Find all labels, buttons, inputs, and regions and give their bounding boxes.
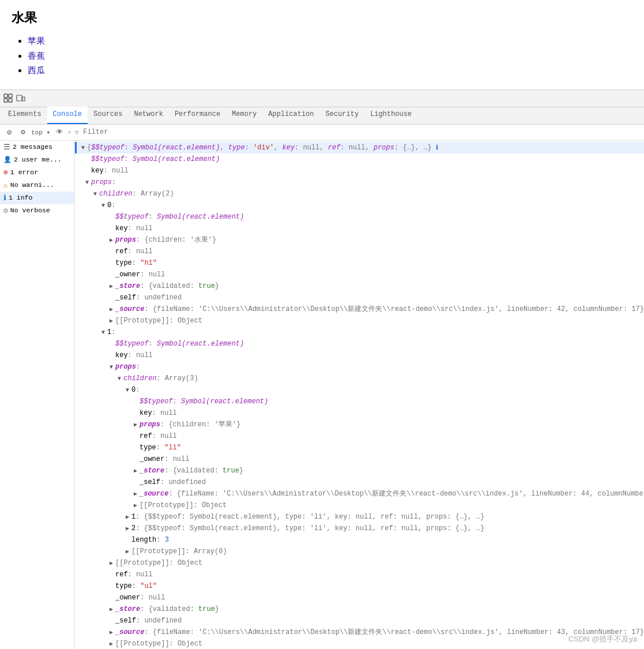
line-child1-expand: 1: — [75, 327, 644, 338]
expand-child1-children-arrow[interactable] — [115, 374, 123, 383]
messages-icon: ☰ — [3, 142, 10, 152]
apple-link[interactable]: 苹果 — [28, 36, 45, 46]
responsive-icon[interactable] — [15, 92, 27, 104]
expand-root-arrow[interactable] — [79, 144, 87, 152]
tab-memory[interactable]: Memory — [226, 107, 262, 124]
tab-elements[interactable]: Elements — [2, 107, 47, 124]
line-c1-type: type: "ul" — [75, 580, 644, 592]
expand-c1-proto-arrow[interactable] — [107, 559, 115, 568]
line-child0-type: type: "h1" — [75, 257, 644, 269]
line-c1ch0-props: props: {children: '苹果'} — [75, 419, 644, 430]
console-settings-icon[interactable]: ⚙ — [17, 126, 29, 138]
sidebar-item-info[interactable]: ℹ 1 info — [0, 192, 74, 204]
tab-application[interactable]: Application — [262, 107, 319, 124]
line-child0-store: _store: {validated: true} — [75, 280, 644, 292]
svg-rect-2 — [4, 99, 7, 102]
line-child1-key: key: null — [75, 350, 644, 361]
expand-child1-props-arrow[interactable] — [107, 363, 115, 372]
svg-rect-5 — [22, 97, 25, 101]
expand-c1ch0-store-arrow[interactable] — [131, 467, 140, 475]
line-length3: length: 3 — [75, 534, 644, 546]
expand-c1-source-arrow[interactable] — [107, 628, 115, 637]
expand-c1ch2-arrow[interactable] — [123, 524, 131, 533]
line-arr-proto: [[Prototype]]: Array(0) — [75, 546, 644, 557]
verbose-icon: ⚙ — [3, 206, 8, 215]
line-c1ch0-type: type: "li" — [75, 442, 644, 453]
line-typeof: $$typeof: Symbol(react.element) — [75, 153, 644, 165]
devtools-tabs: Elements Console Sources Network Perform… — [0, 107, 644, 125]
tab-lighthouse[interactable]: Lighthouse — [364, 107, 417, 124]
expand-child0-store-arrow[interactable] — [107, 282, 115, 291]
line-child0-typeof: $$typeof: Symbol(react.element) — [75, 211, 644, 223]
tab-security[interactable]: Security — [320, 107, 365, 124]
tab-performance[interactable]: Performance — [169, 107, 226, 124]
line-child0-self: _self: undefined — [75, 292, 644, 303]
page-list: 苹果 香蕉 西瓜 — [12, 33, 632, 78]
svg-rect-4 — [17, 95, 22, 101]
expand-props-arrow[interactable] — [83, 178, 91, 187]
expand-child0-arrow[interactable] — [99, 201, 107, 210]
line-c1-source: _source: {fileName: 'C:\\Users\\Administ… — [75, 627, 644, 638]
sidebar-item-warnings[interactable]: ⚠ No warni... — [0, 179, 74, 192]
line-child0-props: props: {children: '水果'} — [75, 234, 644, 246]
expand-c1-proto2-arrow[interactable] — [107, 640, 115, 648]
expand-child0-props-arrow[interactable] — [107, 236, 115, 245]
devtools-panel: Elements Console Sources Network Perform… — [0, 89, 644, 650]
svg-rect-3 — [9, 99, 12, 102]
list-item-apple: 苹果 — [28, 33, 632, 48]
sidebar-item-messages[interactable]: ☰ 2 messages — [0, 141, 74, 153]
line-c1ch0-typeof: $$typeof: Symbol(react.element) — [75, 396, 644, 407]
filter-input[interactable] — [83, 128, 198, 136]
expand-arr-proto-arrow[interactable] — [123, 547, 131, 556]
expand-c1ch0-source-arrow[interactable] — [131, 490, 140, 498]
list-item-watermelon: 西瓜 — [28, 63, 632, 78]
sidebar-item-users[interactable]: 👤 2 user me... — [0, 153, 74, 166]
expand-c1ch0-proto-arrow[interactable] — [131, 501, 140, 510]
page-content: 水果 苹果 香蕉 西瓜 — [0, 0, 644, 89]
page-title: 水果 — [12, 9, 632, 27]
line-c1ch1: 1: {$$typeof: Symbol(react.element), typ… — [75, 511, 644, 523]
expand-c1ch1-arrow[interactable] — [123, 513, 131, 522]
expand-c1ch0-arrow[interactable] — [123, 386, 131, 395]
eye-icon[interactable]: 👁 — [54, 126, 65, 138]
expand-child0-source-arrow[interactable] — [107, 305, 115, 314]
expand-child0-proto-arrow[interactable] — [107, 317, 115, 325]
console-body: ☰ 2 messages 👤 2 user me... ⊗ 1 error ⚠ … — [0, 141, 644, 650]
list-item-banana: 香蕉 — [28, 48, 632, 63]
line-child0-source: _source: {fileName: 'C:\\Users\\Administ… — [75, 303, 644, 315]
line-c1ch0-store: _store: {validated: true} — [75, 465, 644, 477]
banana-link[interactable]: 香蕉 — [28, 51, 45, 61]
error-icon: ⊗ — [3, 168, 8, 177]
clear-console-icon[interactable]: ⊘ — [3, 126, 15, 138]
line-c1-store: _store: {validated: true} — [75, 603, 644, 615]
watermark: CSDN @措手不及ya — [568, 634, 637, 644]
line-child1-props: props: — [75, 361, 644, 373]
console-line-root: {$$typeof: Symbol(react.element), type: … — [75, 142, 644, 153]
line-c1-proto: [[Prototype]]: Object — [75, 638, 644, 650]
line-children-expand: children: Array(2) — [75, 188, 644, 200]
expand-child1-arrow[interactable] — [99, 328, 107, 337]
filter-funnel-icon: ▽ — [75, 129, 79, 136]
line-c1ch0-expand: 0: — [75, 384, 644, 396]
tab-network[interactable]: Network — [128, 107, 168, 124]
console-filter-bar: ⊘ ⚙ top ▾ 👁 ⚡ ▽ — [0, 125, 644, 141]
line-child0-key: key: null — [75, 223, 644, 234]
expand-c1-store-arrow[interactable] — [107, 605, 115, 614]
tab-sources[interactable]: Sources — [88, 107, 128, 124]
expand-children-arrow[interactable] — [91, 190, 99, 198]
line-child1-typeof: $$typeof: Symbol(react.element) — [75, 338, 644, 350]
sidebar-item-errors[interactable]: ⊗ 1 error — [0, 166, 74, 179]
watermelon-link[interactable]: 西瓜 — [28, 65, 45, 75]
line-child0-owner: _owner: null — [75, 269, 644, 280]
context-label: top ▾ — [31, 129, 50, 136]
svg-rect-0 — [4, 94, 7, 97]
sidebar-item-verbose[interactable]: ⚙ No verbose — [0, 204, 74, 217]
devtools-toolbar — [0, 90, 644, 107]
expand-c1ch0-props-arrow[interactable] — [131, 421, 140, 429]
line-c1-proto-obj: [[Prototype]]: Object — [75, 557, 644, 569]
console-sidebar: ☰ 2 messages 👤 2 user me... ⊗ 1 error ⚠ … — [0, 141, 75, 650]
line-c1ch0-proto: [[Prototype]]: Object — [75, 500, 644, 511]
line-c1ch0-owner: _owner: null — [75, 453, 644, 465]
inspect-icon[interactable] — [2, 92, 14, 104]
tab-console[interactable]: Console — [47, 107, 88, 124]
